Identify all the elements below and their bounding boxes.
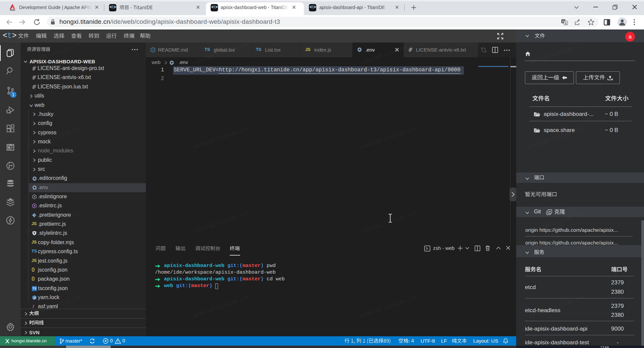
svg-text:APISIX: APISIX <box>10 9 15 11</box>
